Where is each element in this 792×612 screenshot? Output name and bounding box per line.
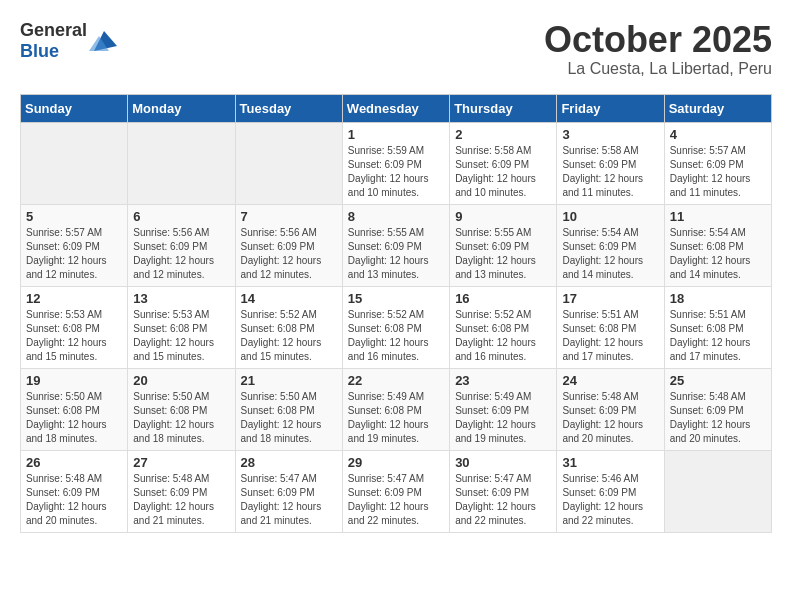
calendar-cell: 7Sunrise: 5:56 AM Sunset: 6:09 PM Daylig…: [235, 204, 342, 286]
day-info: Sunrise: 5:59 AM Sunset: 6:09 PM Dayligh…: [348, 144, 444, 200]
calendar-cell: 6Sunrise: 5:56 AM Sunset: 6:09 PM Daylig…: [128, 204, 235, 286]
day-info: Sunrise: 5:47 AM Sunset: 6:09 PM Dayligh…: [241, 472, 337, 528]
day-info: Sunrise: 5:55 AM Sunset: 6:09 PM Dayligh…: [348, 226, 444, 282]
day-number: 30: [455, 455, 551, 470]
weekday-header-saturday: Saturday: [664, 94, 771, 122]
calendar-cell: 1Sunrise: 5:59 AM Sunset: 6:09 PM Daylig…: [342, 122, 449, 204]
calendar-week-row: 12Sunrise: 5:53 AM Sunset: 6:08 PM Dayli…: [21, 286, 772, 368]
day-info: Sunrise: 5:48 AM Sunset: 6:09 PM Dayligh…: [133, 472, 229, 528]
day-info: Sunrise: 5:57 AM Sunset: 6:09 PM Dayligh…: [26, 226, 122, 282]
day-info: Sunrise: 5:51 AM Sunset: 6:08 PM Dayligh…: [562, 308, 658, 364]
day-info: Sunrise: 5:52 AM Sunset: 6:08 PM Dayligh…: [348, 308, 444, 364]
calendar-cell: 16Sunrise: 5:52 AM Sunset: 6:08 PM Dayli…: [450, 286, 557, 368]
calendar-cell: [21, 122, 128, 204]
day-number: 4: [670, 127, 766, 142]
calendar-cell: 30Sunrise: 5:47 AM Sunset: 6:09 PM Dayli…: [450, 450, 557, 532]
weekday-header-tuesday: Tuesday: [235, 94, 342, 122]
day-info: Sunrise: 5:55 AM Sunset: 6:09 PM Dayligh…: [455, 226, 551, 282]
day-number: 9: [455, 209, 551, 224]
calendar-table: SundayMondayTuesdayWednesdayThursdayFrid…: [20, 94, 772, 533]
day-info: Sunrise: 5:47 AM Sunset: 6:09 PM Dayligh…: [455, 472, 551, 528]
calendar-cell: [664, 450, 771, 532]
calendar-cell: [128, 122, 235, 204]
calendar-cell: 23Sunrise: 5:49 AM Sunset: 6:09 PM Dayli…: [450, 368, 557, 450]
day-number: 28: [241, 455, 337, 470]
day-info: Sunrise: 5:48 AM Sunset: 6:09 PM Dayligh…: [670, 390, 766, 446]
calendar-cell: 20Sunrise: 5:50 AM Sunset: 6:08 PM Dayli…: [128, 368, 235, 450]
calendar-cell: 21Sunrise: 5:50 AM Sunset: 6:08 PM Dayli…: [235, 368, 342, 450]
day-number: 19: [26, 373, 122, 388]
calendar-cell: 5Sunrise: 5:57 AM Sunset: 6:09 PM Daylig…: [21, 204, 128, 286]
calendar-cell: 26Sunrise: 5:48 AM Sunset: 6:09 PM Dayli…: [21, 450, 128, 532]
day-number: 14: [241, 291, 337, 306]
calendar-cell: 15Sunrise: 5:52 AM Sunset: 6:08 PM Dayli…: [342, 286, 449, 368]
calendar-cell: [235, 122, 342, 204]
weekday-header-wednesday: Wednesday: [342, 94, 449, 122]
calendar-cell: 29Sunrise: 5:47 AM Sunset: 6:09 PM Dayli…: [342, 450, 449, 532]
calendar-cell: 17Sunrise: 5:51 AM Sunset: 6:08 PM Dayli…: [557, 286, 664, 368]
day-number: 31: [562, 455, 658, 470]
weekday-header-monday: Monday: [128, 94, 235, 122]
logo-icon: [89, 26, 119, 56]
calendar-cell: 8Sunrise: 5:55 AM Sunset: 6:09 PM Daylig…: [342, 204, 449, 286]
day-info: Sunrise: 5:56 AM Sunset: 6:09 PM Dayligh…: [241, 226, 337, 282]
logo: General Blue: [20, 20, 119, 62]
weekday-header-thursday: Thursday: [450, 94, 557, 122]
calendar-week-row: 19Sunrise: 5:50 AM Sunset: 6:08 PM Dayli…: [21, 368, 772, 450]
day-info: Sunrise: 5:54 AM Sunset: 6:08 PM Dayligh…: [670, 226, 766, 282]
calendar-cell: 10Sunrise: 5:54 AM Sunset: 6:09 PM Dayli…: [557, 204, 664, 286]
day-number: 10: [562, 209, 658, 224]
day-number: 12: [26, 291, 122, 306]
calendar-cell: 24Sunrise: 5:48 AM Sunset: 6:09 PM Dayli…: [557, 368, 664, 450]
day-number: 13: [133, 291, 229, 306]
day-info: Sunrise: 5:52 AM Sunset: 6:08 PM Dayligh…: [241, 308, 337, 364]
day-number: 11: [670, 209, 766, 224]
calendar-week-row: 5Sunrise: 5:57 AM Sunset: 6:09 PM Daylig…: [21, 204, 772, 286]
day-number: 17: [562, 291, 658, 306]
calendar-cell: 9Sunrise: 5:55 AM Sunset: 6:09 PM Daylig…: [450, 204, 557, 286]
day-info: Sunrise: 5:48 AM Sunset: 6:09 PM Dayligh…: [26, 472, 122, 528]
day-number: 7: [241, 209, 337, 224]
day-info: Sunrise: 5:58 AM Sunset: 6:09 PM Dayligh…: [562, 144, 658, 200]
day-info: Sunrise: 5:57 AM Sunset: 6:09 PM Dayligh…: [670, 144, 766, 200]
calendar-cell: 18Sunrise: 5:51 AM Sunset: 6:08 PM Dayli…: [664, 286, 771, 368]
day-number: 23: [455, 373, 551, 388]
logo-blue: Blue: [20, 41, 59, 61]
weekday-header-sunday: Sunday: [21, 94, 128, 122]
calendar-cell: 4Sunrise: 5:57 AM Sunset: 6:09 PM Daylig…: [664, 122, 771, 204]
calendar-cell: 12Sunrise: 5:53 AM Sunset: 6:08 PM Dayli…: [21, 286, 128, 368]
day-number: 6: [133, 209, 229, 224]
calendar-week-row: 26Sunrise: 5:48 AM Sunset: 6:09 PM Dayli…: [21, 450, 772, 532]
day-number: 1: [348, 127, 444, 142]
day-number: 5: [26, 209, 122, 224]
day-number: 24: [562, 373, 658, 388]
day-info: Sunrise: 5:50 AM Sunset: 6:08 PM Dayligh…: [241, 390, 337, 446]
calendar-cell: 13Sunrise: 5:53 AM Sunset: 6:08 PM Dayli…: [128, 286, 235, 368]
day-info: Sunrise: 5:47 AM Sunset: 6:09 PM Dayligh…: [348, 472, 444, 528]
calendar-cell: 22Sunrise: 5:49 AM Sunset: 6:08 PM Dayli…: [342, 368, 449, 450]
day-number: 3: [562, 127, 658, 142]
day-number: 18: [670, 291, 766, 306]
day-number: 25: [670, 373, 766, 388]
day-number: 2: [455, 127, 551, 142]
day-info: Sunrise: 5:48 AM Sunset: 6:09 PM Dayligh…: [562, 390, 658, 446]
weekday-header-friday: Friday: [557, 94, 664, 122]
weekday-header-row: SundayMondayTuesdayWednesdayThursdayFrid…: [21, 94, 772, 122]
day-number: 20: [133, 373, 229, 388]
logo-text: General Blue: [20, 20, 87, 62]
calendar-week-row: 1Sunrise: 5:59 AM Sunset: 6:09 PM Daylig…: [21, 122, 772, 204]
day-number: 15: [348, 291, 444, 306]
day-number: 27: [133, 455, 229, 470]
day-info: Sunrise: 5:50 AM Sunset: 6:08 PM Dayligh…: [26, 390, 122, 446]
logo-general: General: [20, 20, 87, 40]
calendar-cell: 19Sunrise: 5:50 AM Sunset: 6:08 PM Dayli…: [21, 368, 128, 450]
day-info: Sunrise: 5:54 AM Sunset: 6:09 PM Dayligh…: [562, 226, 658, 282]
calendar-cell: 3Sunrise: 5:58 AM Sunset: 6:09 PM Daylig…: [557, 122, 664, 204]
day-info: Sunrise: 5:51 AM Sunset: 6:08 PM Dayligh…: [670, 308, 766, 364]
day-info: Sunrise: 5:50 AM Sunset: 6:08 PM Dayligh…: [133, 390, 229, 446]
day-number: 22: [348, 373, 444, 388]
calendar-cell: 31Sunrise: 5:46 AM Sunset: 6:09 PM Dayli…: [557, 450, 664, 532]
calendar-cell: 2Sunrise: 5:58 AM Sunset: 6:09 PM Daylig…: [450, 122, 557, 204]
calendar-cell: 27Sunrise: 5:48 AM Sunset: 6:09 PM Dayli…: [128, 450, 235, 532]
day-info: Sunrise: 5:49 AM Sunset: 6:09 PM Dayligh…: [455, 390, 551, 446]
